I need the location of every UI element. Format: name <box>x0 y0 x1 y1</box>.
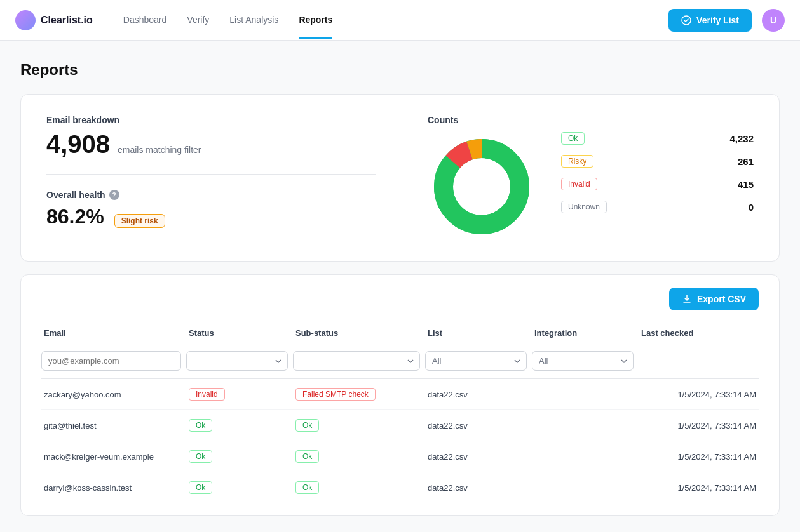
breakdown-label: Email breakdown <box>46 115 376 125</box>
cell-substatus: Ok <box>295 419 423 432</box>
logo-icon <box>15 10 36 30</box>
legend-count-ok: 4,232 <box>722 133 754 144</box>
nav-link-verify[interactable]: Verify <box>187 2 209 39</box>
status-badge: Ok <box>189 419 212 432</box>
donut-svg <box>428 133 536 241</box>
donut-chart <box>428 133 536 241</box>
main-content: Reports Email breakdown 4,908 emails mat… <box>0 41 800 516</box>
logo-text: Clearlist.io <box>41 15 93 26</box>
table-toolbar: Export CSV <box>41 288 759 310</box>
cell-status: Ok <box>189 419 290 432</box>
divider <box>46 174 376 175</box>
cell-last-checked: 1/5/2024, 7:33:14 AM <box>641 390 756 399</box>
legend-badge-risky: Risky <box>561 155 593 168</box>
count-row: 4,908 emails matching filter <box>46 130 376 159</box>
status-filter-cell <box>186 351 288 371</box>
nav-right: Verify List U <box>668 9 785 32</box>
nav-link-dashboard[interactable]: Dashboard <box>123 2 167 39</box>
col-status: Status <box>189 328 290 338</box>
col-list: List <box>428 328 529 338</box>
verify-icon <box>681 15 691 25</box>
col-email: Email <box>44 328 184 338</box>
integration-filter-select[interactable]: All <box>532 351 634 371</box>
filter-row: All All <box>41 343 759 379</box>
nav-link-list-analysis[interactable]: List Analysis <box>229 2 278 39</box>
cell-last-checked: 1/5/2024, 7:33:14 AM <box>641 452 756 462</box>
legend-count-risky: 261 <box>722 156 754 167</box>
health-label: Overall health ? <box>46 190 376 200</box>
cell-status: Ok <box>189 481 290 494</box>
cell-last-checked: 1/5/2024, 7:33:14 AM <box>641 421 756 430</box>
cell-email: zackary@yahoo.com <box>44 390 184 399</box>
nav-link-reports[interactable]: Reports <box>299 2 332 39</box>
summary-card: Email breakdown 4,908 emails matching fi… <box>20 94 780 262</box>
nav-links: Dashboard Verify List Analysis Reports <box>123 2 668 39</box>
list-filter-select[interactable]: All <box>425 351 527 371</box>
download-icon <box>682 294 692 304</box>
col-integration: Integration <box>534 328 636 338</box>
risk-badge: Slight risk <box>114 214 165 228</box>
cell-status: Invalid <box>189 388 290 401</box>
status-badge: Ok <box>189 450 212 463</box>
counts-label: Counts <box>428 115 536 125</box>
verify-list-button[interactable]: Verify List <box>668 9 752 32</box>
substatus-badge: Failed SMTP check <box>295 388 376 401</box>
summary-right: Counts <box>402 95 779 261</box>
last-checked-filter-cell <box>639 351 759 371</box>
avatar[interactable]: U <box>762 9 785 32</box>
cell-substatus: Ok <box>295 481 423 494</box>
table-section: Export CSV Email Status Sub-status List … <box>20 274 780 516</box>
export-csv-button[interactable]: Export CSV <box>669 288 759 310</box>
substatus-badge: Ok <box>295 419 319 432</box>
cell-list: data22.csv <box>428 483 529 493</box>
chart-legend: Ok 4,232 Risky 261 Invalid 415 Unknown 0 <box>561 132 754 223</box>
svg-point-5 <box>454 159 510 215</box>
cell-list: data22.csv <box>428 452 529 462</box>
cell-email: gita@thiel.test <box>44 421 184 430</box>
col-substatus: Sub-status <box>295 328 423 338</box>
table-row: zackary@yahoo.com Invalid Failed SMTP ch… <box>41 379 759 410</box>
cell-substatus: Failed SMTP check <box>295 388 423 401</box>
legend-badge-invalid: Invalid <box>561 178 597 190</box>
list-filter-cell: All <box>425 351 527 371</box>
table-row: darryl@koss-cassin.test Ok Ok data22.csv… <box>41 472 759 503</box>
health-percentage: 86.2% <box>46 205 104 228</box>
table-row: gita@thiel.test Ok Ok data22.csv 1/5/202… <box>41 410 759 441</box>
summary-left: Email breakdown 4,908 emails matching fi… <box>21 95 402 261</box>
table-headers: Email Status Sub-status List Integration… <box>41 323 759 343</box>
cell-email: mack@kreiger-veum.example <box>44 452 184 462</box>
email-count: 4,908 <box>46 130 110 158</box>
table-body: zackary@yahoo.com Invalid Failed SMTP ch… <box>41 379 759 503</box>
legend-count-invalid: 415 <box>722 179 754 190</box>
cell-list: data22.csv <box>428 390 529 399</box>
legend-row-unknown: Unknown 0 <box>561 201 754 213</box>
health-row: 86.2% Slight risk <box>46 205 376 229</box>
cell-email: darryl@koss-cassin.test <box>44 483 184 493</box>
legend-row-ok: Ok 4,232 <box>561 132 754 145</box>
integration-filter-cell: All <box>532 351 634 371</box>
legend-count-unknown: 0 <box>722 202 754 213</box>
legend-row-risky: Risky 261 <box>561 155 754 168</box>
info-icon: ? <box>109 190 119 200</box>
substatus-badge: Ok <box>295 450 319 463</box>
legend-row-invalid: Invalid 415 <box>561 178 754 190</box>
table-row: mack@kreiger-veum.example Ok Ok data22.c… <box>41 441 759 472</box>
cell-substatus: Ok <box>295 450 423 463</box>
email-filter-input[interactable] <box>41 351 181 371</box>
logo[interactable]: Clearlist.io <box>15 10 93 30</box>
status-badge: Ok <box>189 481 212 494</box>
navbar: Clearlist.io Dashboard Verify List Analy… <box>0 0 800 41</box>
cell-status: Ok <box>189 450 290 463</box>
email-filter-cell <box>41 351 181 371</box>
page-title: Reports <box>20 61 780 79</box>
status-badge: Invalid <box>189 388 225 401</box>
count-subtitle: emails matching filter <box>118 145 201 155</box>
cell-list: data22.csv <box>428 421 529 430</box>
legend-badge-unknown: Unknown <box>561 201 607 213</box>
substatus-filter-select[interactable] <box>293 351 420 371</box>
substatus-badge: Ok <box>295 481 319 494</box>
chart-area: Counts <box>428 115 536 241</box>
legend-badge-ok: Ok <box>561 132 585 145</box>
status-filter-select[interactable] <box>186 351 288 371</box>
cell-last-checked: 1/5/2024, 7:33:14 AM <box>641 483 756 493</box>
